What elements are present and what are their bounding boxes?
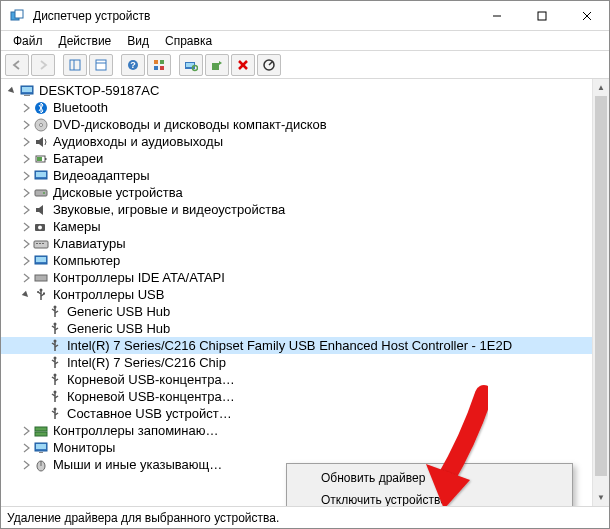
- close-button[interactable]: [564, 1, 609, 30]
- window-title: Диспетчер устройств: [33, 9, 474, 23]
- usb-device-icon: [47, 389, 63, 405]
- expand-icon[interactable]: [19, 203, 33, 217]
- svg-point-28: [40, 123, 43, 126]
- expand-icon[interactable]: [19, 135, 33, 149]
- scroll-up-button[interactable]: ▲: [593, 79, 609, 96]
- tree-category[interactable]: Дисковые устройства: [1, 184, 592, 201]
- scan-hardware-button[interactable]: [179, 54, 203, 76]
- dvd-icon: [33, 117, 49, 133]
- expand-icon[interactable]: [19, 288, 33, 302]
- expand-icon[interactable]: [5, 84, 19, 98]
- tree-root[interactable]: DESKTOP-59187AC: [1, 82, 592, 99]
- uninstall-button[interactable]: [231, 54, 255, 76]
- svg-point-37: [38, 225, 42, 229]
- minimize-button[interactable]: [474, 1, 519, 30]
- tree-category[interactable]: Батареи: [1, 150, 592, 167]
- svg-rect-6: [70, 60, 80, 70]
- svg-rect-1: [15, 10, 23, 18]
- expand-icon[interactable]: [19, 237, 33, 251]
- svg-rect-43: [36, 257, 46, 262]
- back-button[interactable]: [5, 54, 29, 76]
- tree-category[interactable]: Мониторы: [1, 439, 592, 456]
- status-text: Удаление драйвера для выбранного устройс…: [7, 511, 279, 525]
- tree-category[interactable]: Контроллеры запоминаю…: [1, 422, 592, 439]
- tree-device[interactable]: Generic USB Hub: [1, 303, 592, 320]
- device-tree[interactable]: DESKTOP-59187AC Bluetooth DVD-дисководы …: [1, 79, 592, 506]
- usb-device-icon: [47, 372, 63, 388]
- properties-button[interactable]: [89, 54, 113, 76]
- expand-icon[interactable]: [19, 169, 33, 183]
- expand-icon[interactable]: [19, 152, 33, 166]
- tree-device[interactable]: Корневой USB-концентра…: [1, 371, 592, 388]
- usb-device-icon: [47, 355, 63, 371]
- computer-icon: [33, 253, 49, 269]
- svg-rect-8: [96, 60, 106, 70]
- audio-icon: [33, 134, 49, 150]
- tree-category[interactable]: Аудиовходы и аудиовыходы: [1, 133, 592, 150]
- expand-icon[interactable]: [19, 254, 33, 268]
- content-area: DESKTOP-59187AC Bluetooth DVD-дисководы …: [1, 79, 609, 506]
- svg-rect-19: [212, 63, 219, 70]
- svg-rect-38: [34, 241, 48, 248]
- expand-icon[interactable]: [19, 220, 33, 234]
- sound-icon: [33, 202, 49, 218]
- menu-file[interactable]: Файл: [5, 32, 51, 50]
- svg-text:?: ?: [130, 60, 136, 70]
- menu-help[interactable]: Справка: [157, 32, 220, 50]
- menu-view[interactable]: Вид: [119, 32, 157, 50]
- scroll-thumb[interactable]: [595, 96, 607, 476]
- tree-device[interactable]: Intel(R) 7 Series/C216 Chip: [1, 354, 592, 371]
- usb-device-icon: [47, 304, 63, 320]
- svg-rect-66: [36, 444, 46, 449]
- vertical-scrollbar[interactable]: ▲ ▼: [592, 79, 609, 506]
- scroll-down-button[interactable]: ▼: [593, 489, 609, 506]
- tree-category[interactable]: Видеоадаптеры: [1, 167, 592, 184]
- svg-rect-31: [37, 157, 42, 161]
- context-menu-disable[interactable]: Отключить устройство: [289, 489, 570, 506]
- usb-device-icon: [47, 321, 63, 337]
- svg-rect-44: [35, 275, 47, 281]
- svg-rect-34: [35, 190, 47, 196]
- tree-device-selected[interactable]: Intel(R) 7 Series/C216 Chipset Family US…: [1, 337, 592, 354]
- tree-category-usb[interactable]: Контроллеры USB: [1, 286, 592, 303]
- tree-category[interactable]: DVD-дисководы и дисководы компакт-дисков: [1, 116, 592, 133]
- mouse-icon: [33, 457, 49, 473]
- context-menu-update-driver[interactable]: Обновить драйвер: [289, 467, 570, 489]
- svg-rect-14: [154, 66, 158, 70]
- disable-button[interactable]: [257, 54, 281, 76]
- svg-rect-67: [39, 452, 43, 453]
- show-hide-button[interactable]: [63, 54, 87, 76]
- keyboard-icon: [33, 236, 49, 252]
- tree-device[interactable]: Составное USB устройст…: [1, 405, 592, 422]
- title-bar: Диспетчер устройств: [1, 1, 609, 31]
- svg-point-48: [37, 291, 39, 293]
- toolbar: ?: [1, 51, 609, 79]
- expand-icon[interactable]: [19, 101, 33, 115]
- expand-icon[interactable]: [19, 441, 33, 455]
- tree-category[interactable]: Компьютер: [1, 252, 592, 269]
- forward-button[interactable]: [31, 54, 55, 76]
- context-menu: Обновить драйвер Отключить устройство Уд…: [286, 463, 573, 506]
- expand-icon[interactable]: [19, 424, 33, 438]
- tree-category[interactable]: Звуковые, игровые и видеоустройства: [1, 201, 592, 218]
- tree-category[interactable]: Контроллеры IDE ATA/ATAPI: [1, 269, 592, 286]
- tree-device[interactable]: Generic USB Hub: [1, 320, 592, 337]
- expand-icon[interactable]: [19, 458, 33, 472]
- tree-category[interactable]: Клавиатуры: [1, 235, 592, 252]
- expand-icon[interactable]: [19, 271, 33, 285]
- expand-icon[interactable]: [19, 118, 33, 132]
- update-driver-button[interactable]: [205, 54, 229, 76]
- menu-action[interactable]: Действие: [51, 32, 120, 50]
- svg-rect-13: [160, 60, 164, 64]
- maximize-button[interactable]: [519, 1, 564, 30]
- grid-button[interactable]: [147, 54, 171, 76]
- expand-icon[interactable]: [19, 186, 33, 200]
- help-button[interactable]: ?: [121, 54, 145, 76]
- tree-category[interactable]: Камеры: [1, 218, 592, 235]
- svg-rect-40: [39, 243, 41, 244]
- tree-category[interactable]: Bluetooth: [1, 99, 592, 116]
- svg-rect-47: [43, 292, 45, 294]
- monitor-icon: [33, 440, 49, 456]
- ide-icon: [33, 270, 49, 286]
- tree-device[interactable]: Корневой USB-концентра…: [1, 388, 592, 405]
